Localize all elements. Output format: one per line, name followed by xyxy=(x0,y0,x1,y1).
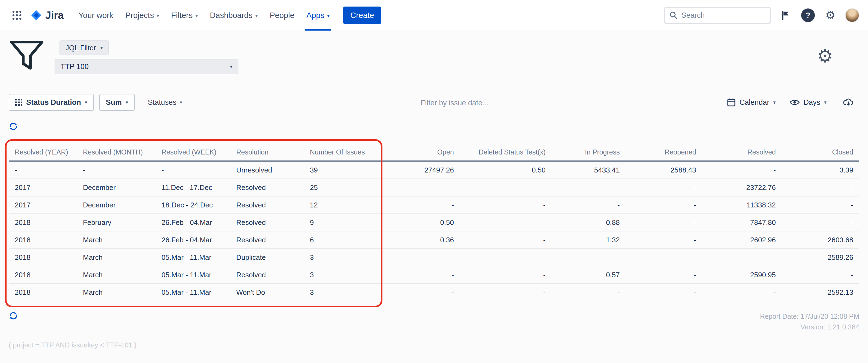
settings-gear-icon[interactable]: ⚙ xyxy=(823,8,838,23)
table-cell: 2588.43 xyxy=(620,161,696,179)
table-cell: - xyxy=(374,179,454,196)
table-cell: Resolved xyxy=(236,179,310,196)
table-cell: Resolved xyxy=(236,266,310,283)
cloud-download-icon[interactable] xyxy=(841,95,856,110)
view-type-button[interactable]: Status Duration ▾ xyxy=(9,94,94,111)
nav-item-label: Projects xyxy=(125,11,154,20)
nav-item-your-work[interactable]: Your work xyxy=(72,0,120,31)
help-icon[interactable]: ? xyxy=(800,8,816,23)
chevron-down-icon: ▾ xyxy=(255,13,258,19)
table-cell: 9 xyxy=(310,214,374,231)
table-cell: Resolved xyxy=(236,231,310,249)
toolbar-right: Calendar ▾ Days ▾ xyxy=(727,95,856,110)
table-cell: 6 xyxy=(310,231,374,249)
table-cell: 0.50 xyxy=(374,214,454,231)
jira-logo[interactable]: Jira xyxy=(31,9,64,21)
table-cell: March xyxy=(83,249,161,266)
table-cell: - xyxy=(454,231,546,249)
create-button[interactable]: Create xyxy=(343,6,381,24)
statuses-label: Statuses xyxy=(148,98,177,107)
filter-type-label: JQL Filter xyxy=(65,44,96,52)
table-cell: - xyxy=(161,161,236,179)
chevron-down-icon: ▾ xyxy=(180,99,182,105)
nav-item-label: Dashboards xyxy=(210,11,252,20)
table-cell: - xyxy=(454,266,546,283)
chevron-down-icon: ▾ xyxy=(327,13,330,19)
aggregate-button[interactable]: Sum ▾ xyxy=(99,94,135,111)
table-cell: December xyxy=(83,179,161,196)
table-cell: - xyxy=(454,179,546,196)
aggregate-label: Sum xyxy=(106,98,122,107)
table-cell: 2018 xyxy=(9,231,83,249)
table-cell: 2017 xyxy=(9,196,83,214)
table-cell: - xyxy=(374,283,454,301)
table-cell: Unresolved xyxy=(236,161,310,179)
time-unit-dropdown[interactable]: Days ▾ xyxy=(790,98,827,107)
filter-type-dropdown[interactable]: JQL Filter ▾ xyxy=(59,40,109,55)
table-row: 2018March05.Mar - 11.MarResolved3--0.57-… xyxy=(9,266,859,283)
table-cell: 25 xyxy=(310,179,374,196)
table-cell: 0.57 xyxy=(546,266,620,283)
table-cell: Resolved xyxy=(236,214,310,231)
column-header: Resolved (YEAR) xyxy=(9,143,83,161)
issue-date-filter-input[interactable] xyxy=(389,99,520,107)
table-cell: Duplicate xyxy=(236,249,310,266)
table-cell: 18.Dec - 24.Dec xyxy=(161,196,236,214)
table-cell: 3 xyxy=(310,266,374,283)
table-cell: - xyxy=(374,249,454,266)
table-cell: - xyxy=(696,161,776,179)
table-cell: - xyxy=(696,283,776,301)
table-cell: 3 xyxy=(310,249,374,266)
chevron-down-icon: ▾ xyxy=(100,45,103,51)
nav-item-label: People xyxy=(270,11,294,20)
chevron-down-icon: ▾ xyxy=(157,13,159,19)
report-date: Report Date: 17/Jul/20 12:08 PM xyxy=(760,311,859,322)
table-cell: - xyxy=(776,196,859,214)
table-cell: 39 xyxy=(310,161,374,179)
table-cell: 2018 xyxy=(9,283,83,301)
announcement-flag-icon[interactable] xyxy=(778,8,793,23)
table-body: ---Unresolved3927497.260.505433.412588.4… xyxy=(9,161,859,301)
avatar[interactable] xyxy=(845,8,859,22)
column-header: Closed xyxy=(776,143,859,161)
table-cell: 27497.26 xyxy=(374,161,454,179)
view-type-label: Status Duration xyxy=(26,98,81,107)
table-cell: - xyxy=(9,161,83,179)
search-icon xyxy=(670,11,678,19)
app-switcher-icon[interactable] xyxy=(9,7,25,24)
nav-item-projects[interactable]: Projects▾ xyxy=(120,0,165,31)
calendar-dropdown[interactable]: Calendar ▾ xyxy=(727,98,776,107)
column-header: Resolved (MONTH) xyxy=(83,143,161,161)
table-cell: 2603.68 xyxy=(776,231,859,249)
search-input[interactable] xyxy=(681,11,766,20)
table-cell: 05.Mar - 11.Mar xyxy=(161,266,236,283)
table-cell: - xyxy=(776,266,859,283)
table-cell: March xyxy=(83,283,161,301)
navbar-left: Jira Your workProjects▾Filters▾Dashboard… xyxy=(9,0,381,31)
filter-controls: JQL Filter ▾ TTP 100 ▾ xyxy=(55,39,239,74)
table-cell: 2592.13 xyxy=(776,283,859,301)
global-search[interactable] xyxy=(664,7,771,24)
column-header: Open xyxy=(374,143,454,161)
nav-item-apps[interactable]: Apps▾ xyxy=(300,0,336,31)
table-cell: - xyxy=(454,249,546,266)
main-content: JQL Filter ▾ TTP 100 ▾ ⚙ xyxy=(0,31,868,349)
nav-item-filters[interactable]: Filters▾ xyxy=(165,0,204,31)
table-cell: 7847.80 xyxy=(696,214,776,231)
report-version: Version: 1.21.0.384 xyxy=(760,322,859,332)
report-settings-gear-icon[interactable]: ⚙ xyxy=(817,47,833,65)
calendar-label: Calendar xyxy=(740,98,770,107)
table-cell: - xyxy=(776,179,859,196)
nav-item-people[interactable]: People xyxy=(264,0,300,31)
nav-item-dashboards[interactable]: Dashboards▾ xyxy=(204,0,264,31)
statuses-dropdown[interactable]: Statuses ▾ xyxy=(148,98,182,107)
table-cell: - xyxy=(546,179,620,196)
jira-logo-icon xyxy=(31,9,42,21)
funnel-icon xyxy=(9,39,45,75)
table-row: 2018February26.Feb - 04.MarResolved90.50… xyxy=(9,214,859,231)
chevron-down-icon: ▾ xyxy=(195,13,198,19)
refresh-icon[interactable] xyxy=(9,122,18,131)
refresh-icon-bottom[interactable] xyxy=(9,311,18,321)
saved-filter-select[interactable]: TTP 100 ▾ xyxy=(55,59,239,74)
table-cell: 5433.41 xyxy=(546,161,620,179)
